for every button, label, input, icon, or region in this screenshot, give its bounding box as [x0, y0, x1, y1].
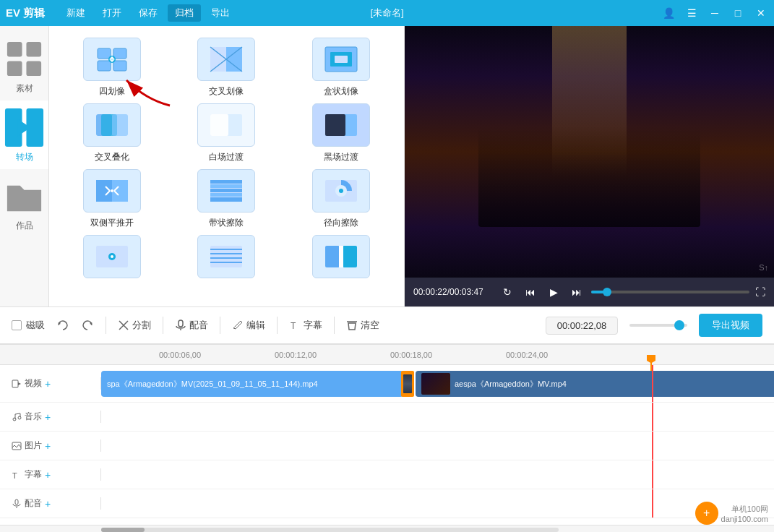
track-add-subtitle[interactable]: + — [45, 469, 51, 481]
dub-button[interactable]: 配音 — [175, 319, 208, 332]
magnet-toggle[interactable]: 磁吸 — [12, 319, 45, 332]
transition-item-r4-1[interactable] — [61, 235, 163, 283]
video-clip-1[interactable]: spa《Armageddon》MV(2025_01_09_11_05_11_14… — [101, 371, 403, 397]
rewind-button[interactable]: ⏮ — [522, 286, 539, 298]
maximize-icon[interactable]: □ — [731, 7, 745, 19]
sidebar-item-works[interactable]: 作品 — [0, 169, 48, 238]
svg-rect-32 — [210, 197, 242, 202]
menu-new[interactable]: 新建 — [59, 4, 93, 22]
menu-archive[interactable]: 归档 — [168, 4, 201, 22]
menu-icon[interactable]: ☰ — [684, 7, 699, 19]
svg-marker-55 — [18, 382, 21, 385]
transition-marker[interactable] — [401, 371, 414, 397]
transition-four-split[interactable]: 四划像 — [61, 38, 163, 98]
track-add-video[interactable]: + — [45, 378, 51, 390]
svg-rect-28 — [210, 180, 242, 184]
watermark-icon: + — [695, 502, 718, 525]
toolbar-separator-5 — [334, 317, 335, 334]
minimize-icon[interactable]: ─ — [708, 7, 722, 19]
transition-dual-push[interactable]: 双侧平推开 — [61, 169, 163, 229]
loop-button[interactable]: ↻ — [499, 286, 516, 298]
magnet-checkbox[interactable] — [12, 320, 22, 330]
split-button[interactable]: 分割 — [118, 319, 151, 332]
transition-box-split[interactable]: 盒状划像 — [290, 38, 392, 98]
transition-label-white-fade: 白场过渡 — [209, 151, 244, 163]
timeline-scrollbar-thumb[interactable] — [101, 528, 145, 532]
video-screen: S↑ — [405, 26, 774, 278]
transition-label-band-wipe: 带状擦除 — [209, 217, 244, 229]
sidebar-item-transition[interactable]: 转场 — [0, 100, 48, 169]
menu-export[interactable]: 导出 — [204, 4, 237, 22]
progress-bar[interactable] — [591, 291, 749, 293]
clip-2-text: aespa《Armageddon》MV.mp4 — [455, 379, 567, 390]
svg-point-35 — [339, 189, 343, 193]
fullscreen-button[interactable]: ⛶ — [755, 286, 765, 298]
svg-rect-50 — [179, 320, 183, 327]
subtitle-icon: T — [289, 319, 301, 331]
clear-button[interactable]: 清空 — [346, 319, 379, 332]
svg-rect-22 — [325, 114, 345, 136]
timeline-area: 00:00:06,00 00:00:12,00 00:00:18,00 00:0… — [0, 344, 774, 525]
video-controls: 00:00:22/00:03:47 ↻ ⏮ ▶ ⏭ ⛶ — [405, 278, 774, 306]
subtitle-button[interactable]: T 字幕 — [289, 319, 322, 332]
track-name-dubbing: 配音 — [25, 497, 42, 510]
playhead-dubbing — [652, 489, 653, 518]
menu-open[interactable]: 打开 — [95, 4, 129, 22]
svg-rect-20 — [210, 114, 228, 136]
band-wipe-icon — [208, 176, 244, 205]
user-icon[interactable]: 👤 — [661, 7, 676, 19]
export-button[interactable]: 导出视频 — [699, 314, 762, 337]
ruler-mark-4: 00:00:24,00 — [506, 351, 548, 359]
close-icon[interactable]: ✕ — [754, 7, 768, 19]
transition-item-r4-2[interactable] — [175, 235, 278, 283]
transition-black-fade[interactable]: 黑场过渡 — [290, 103, 392, 163]
track-content-image — [101, 432, 774, 460]
undo-icon — [56, 319, 69, 332]
transition-band-wipe[interactable]: 带状擦除 — [175, 169, 278, 229]
video-clip-2[interactable]: aespa《Armageddon》MV.mp4 — [416, 371, 774, 397]
svg-rect-1 — [26, 42, 41, 57]
transition-label-cross-split: 交叉划像 — [209, 85, 244, 98]
redo-button[interactable] — [81, 319, 94, 332]
fast-forward-button[interactable]: ⏭ — [568, 286, 585, 298]
watermark: + 单机100网 danji100.com — [695, 502, 768, 525]
transition-white-fade[interactable]: 白场过渡 — [175, 103, 278, 163]
track-add-image[interactable]: + — [45, 440, 51, 452]
svg-rect-29 — [210, 184, 242, 188]
transition-cross-fade[interactable]: 交叉叠化 — [61, 103, 163, 163]
app-logo: EV 剪辑 — [6, 7, 45, 20]
track-add-music[interactable]: + — [45, 411, 51, 423]
grid-icon — [3, 38, 46, 80]
time-input[interactable] — [546, 317, 618, 335]
transition-radial-wipe[interactable]: 径向擦除 — [290, 169, 392, 229]
ruler-mark-2: 00:00:12,00 — [275, 351, 317, 359]
playhead-image — [652, 432, 653, 460]
undo-button[interactable] — [56, 319, 69, 332]
track-label-music: 音乐 + — [0, 411, 101, 423]
transition-cross-split[interactable]: 交叉划像 — [175, 38, 278, 98]
mic-icon — [175, 319, 186, 331]
play-button[interactable]: ▶ — [545, 286, 562, 298]
transition-label-dual-push: 双侧平推开 — [90, 217, 134, 229]
track-content-subtitle — [101, 460, 774, 489]
track-row-dubbing: 配音 + — [0, 489, 774, 518]
menu-save[interactable]: 保存 — [132, 4, 165, 22]
timeline-scrollbar-track[interactable] — [101, 528, 559, 532]
sidebar-item-material[interactable]: 素材 — [0, 32, 48, 100]
edit-button[interactable]: 编辑 — [232, 319, 265, 332]
svg-rect-6 — [98, 48, 111, 59]
playhead-marker — [647, 355, 655, 364]
dub-label: 配音 — [189, 319, 208, 332]
sidebar-label-material: 素材 — [16, 82, 33, 95]
transition-item-r4-3[interactable] — [290, 235, 392, 283]
track-name-music: 音乐 — [25, 411, 42, 423]
four-split-icon — [94, 45, 130, 74]
toolbar-separator-3 — [220, 317, 220, 334]
svg-rect-18 — [112, 114, 128, 136]
video-watermark: S↑ — [759, 263, 768, 272]
video-frame: S↑ — [405, 26, 774, 278]
playhead-music — [652, 403, 653, 431]
track-add-dubbing[interactable]: + — [45, 498, 51, 510]
speed-slider[interactable] — [629, 324, 687, 327]
split-icon — [118, 319, 129, 331]
